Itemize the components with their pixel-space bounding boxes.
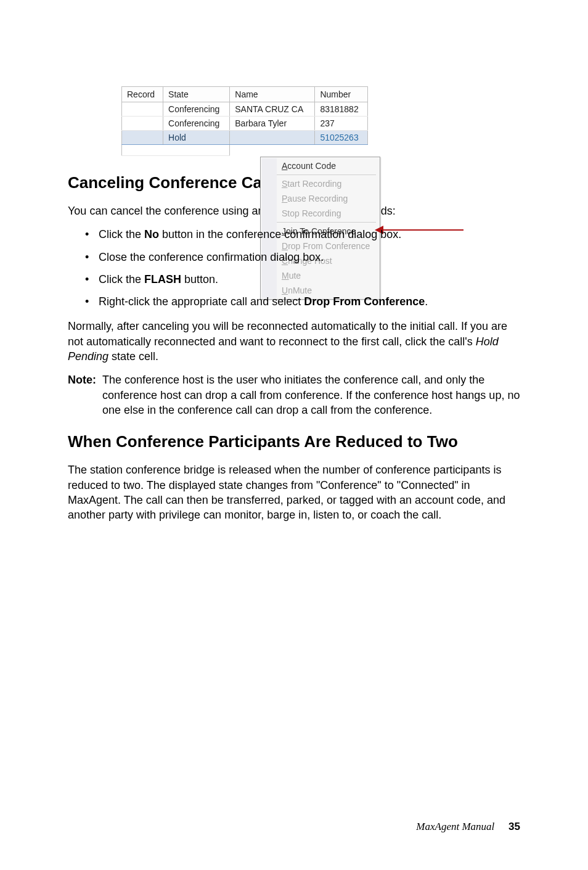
table-row[interactable]: Conferencing SANTA CRUZ CA 83181882	[122, 102, 368, 117]
menu-pause-recording: Pause Recording	[278, 191, 378, 206]
screenshot-figure: Record State Name Number Conferencing SA…	[121, 86, 467, 156]
cell-number: 51025263	[315, 131, 368, 145]
menu-separator	[277, 222, 376, 223]
col-name[interactable]: Name	[230, 87, 315, 102]
menu-account-code[interactable]: Account Code	[278, 158, 378, 173]
table-row-empty	[122, 145, 368, 156]
note-text: The conference host is the user who init…	[102, 372, 520, 417]
list-item: Click the FLASH button.	[85, 272, 520, 287]
note-block: Note: The conference host is the user wh…	[68, 372, 520, 417]
cell-record	[122, 131, 163, 145]
bold-text: Drop From Conference	[304, 295, 425, 308]
col-state[interactable]: State	[163, 87, 230, 102]
text: state cell.	[108, 350, 158, 363]
text: Right-click the appropriate call and sel…	[99, 295, 304, 308]
cell-name: Barbara Tyler	[230, 117, 315, 131]
list-item: Close the conference confirmation dialog…	[85, 250, 520, 265]
col-number[interactable]: Number	[315, 87, 368, 102]
text: Click the	[99, 273, 144, 285]
menu-start-recording: Start Recording	[278, 176, 378, 191]
list-item: Right-click the appropriate call and sel…	[85, 294, 520, 309]
text: Click the	[99, 228, 144, 240]
cell-number: 83181882	[315, 102, 368, 117]
page-number: 35	[508, 821, 520, 832]
text: button.	[181, 273, 218, 285]
table-row-selected[interactable]: Hold 51025263	[122, 131, 368, 145]
cell-state: Conferencing	[163, 102, 230, 117]
menu-stop-recording: Stop Recording	[278, 206, 378, 221]
menu-separator	[277, 174, 376, 175]
heading-reduced-two: When Conference Participants Are Reduced…	[68, 432, 520, 451]
text: button in the conference confirmation di…	[159, 228, 401, 240]
page-footer: MaxAgent Manual 35	[416, 821, 520, 833]
cell-state: Conferencing	[163, 117, 230, 131]
cell-state: Hold	[163, 131, 230, 145]
cell-name: SANTA CRUZ CA	[230, 102, 315, 117]
cell-record	[122, 117, 163, 131]
bold-text: FLASH	[144, 273, 181, 285]
cell-record	[122, 102, 163, 117]
text: Normally, after canceling you will be re…	[68, 320, 507, 347]
bold-text: No	[144, 228, 159, 240]
book-title: MaxAgent Manual	[416, 821, 494, 832]
text: .	[425, 295, 428, 308]
col-record[interactable]: Record	[122, 87, 163, 102]
cell-number: 237	[315, 117, 368, 131]
table-row[interactable]: Conferencing Barbara Tyler 237	[122, 117, 368, 131]
cell-name	[230, 131, 315, 145]
call-table: Record State Name Number Conferencing SA…	[121, 86, 368, 156]
paragraph: Normally, after canceling you will be re…	[68, 319, 520, 364]
list-item: Click the No button in the conference co…	[85, 227, 520, 242]
note-label: Note:	[68, 372, 96, 417]
paragraph: The station conference bridge is release…	[68, 462, 520, 522]
